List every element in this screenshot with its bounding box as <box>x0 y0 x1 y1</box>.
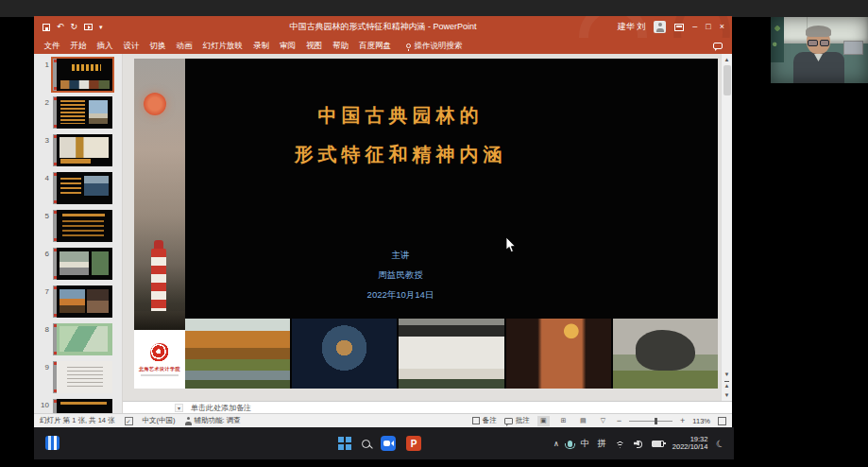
ribbon-tab[interactable]: 帮助 <box>328 41 354 52</box>
slide-thumbnail[interactable]: 2 <box>34 96 122 129</box>
slide-thumbnail[interactable]: 4 <box>34 172 122 204</box>
slide-thumbnail[interactable]: 7 <box>34 285 122 318</box>
ribbon-tab[interactable]: 视图 <box>301 41 328 52</box>
thumbnail-number: 4 <box>39 172 49 204</box>
zoom-in-icon[interactable]: + <box>680 416 685 425</box>
ime-language-indicator[interactable]: 中 <box>581 438 589 450</box>
account-avatar[interactable] <box>654 21 666 33</box>
ribbon-tab[interactable]: 幻灯片放映 <box>197 41 248 52</box>
ribbon-tab[interactable]: 动画 <box>171 41 197 52</box>
fit-to-window-icon[interactable] <box>718 417 726 425</box>
taskbar-search-icon[interactable] <box>362 440 370 448</box>
slide-title-text[interactable]: 中国古典园林的 形式特征和精神内涵 <box>185 96 616 174</box>
reading-view-icon[interactable]: ▤ <box>577 416 589 426</box>
thumbnail-image[interactable] <box>53 172 112 204</box>
account-user-name[interactable]: 建华 刘 <box>618 21 646 33</box>
webcam-video-tile[interactable] <box>771 17 868 83</box>
notes-splitter-icon[interactable]: ▾ <box>175 404 183 412</box>
thumbnail-image[interactable] <box>53 399 112 413</box>
speaker-icon[interactable] <box>634 440 643 448</box>
slide-thumbnail[interactable]: 10 <box>34 399 122 413</box>
slide-subtitle-text[interactable]: 主讲 周益民教授 2022年10月14日 <box>185 245 616 304</box>
ime-mode-indicator[interactable]: 拼 <box>598 438 606 450</box>
spellcheck-icon[interactable]: ✓ <box>125 417 133 425</box>
slide-sorter-view-icon[interactable]: ⊞ <box>557 416 570 426</box>
save-icon[interactable] <box>43 24 50 31</box>
pinned-app-icon[interactable] <box>45 436 60 450</box>
presenter-label: 主讲 <box>185 245 616 265</box>
maximize-button[interactable]: □ <box>706 23 710 31</box>
sun-in-photo <box>144 93 166 115</box>
zoom-out-icon[interactable]: − <box>617 416 621 425</box>
window-title: 中国古典园林的形式特征和精神内涵 - PowerPoint <box>289 21 476 33</box>
ribbon-tab[interactable]: 设计 <box>118 41 145 52</box>
thumbnail-image[interactable] <box>53 210 112 242</box>
accessibility-status[interactable]: 辅助功能: 调查 <box>185 416 241 425</box>
tell-me-search[interactable]: 操作说明搜索 <box>406 41 463 52</box>
wifi-icon[interactable] <box>615 439 625 448</box>
zoom-slider[interactable] <box>629 421 672 422</box>
undo-icon[interactable]: ↶ <box>57 23 64 31</box>
battery-icon[interactable] <box>652 441 664 447</box>
zoom-level[interactable]: 113% <box>692 417 710 425</box>
thumbnail-number: 7 <box>39 285 49 318</box>
powerpoint-taskbar-icon[interactable]: P <box>406 436 421 451</box>
vertical-scrollbar[interactable]: ▲ ▼ ▲ ▼ <box>721 54 732 401</box>
photo-autumn-garden-bridge <box>185 319 290 389</box>
comments-icon[interactable] <box>713 43 723 49</box>
notes-toggle-button[interactable]: 备注 <box>472 416 497 425</box>
slide-thumbnail[interactable]: 1 <box>34 59 122 91</box>
next-slide-icon[interactable]: ▼ <box>724 392 730 398</box>
photo-modern-sculpture <box>613 319 718 389</box>
close-button[interactable]: × <box>720 23 724 31</box>
focus-assist-moon-icon[interactable]: ☾ <box>715 437 726 449</box>
comments-toggle-button[interactable]: 批注 <box>504 416 530 425</box>
slide-thumbnail[interactable]: 9 <box>34 361 122 393</box>
windows-start-icon[interactable] <box>338 437 351 450</box>
thumbnail-edge-strip <box>53 248 57 280</box>
slide-counter[interactable]: 幻灯片 第 1 张, 共 14 张 <box>40 416 115 425</box>
thumbnail-image[interactable] <box>53 134 112 166</box>
customize-qat-icon[interactable]: ▾ <box>99 24 103 30</box>
ribbon-tab[interactable]: 录制 <box>248 41 275 52</box>
start-slideshow-icon[interactable] <box>84 24 93 30</box>
thumbnail-image[interactable] <box>53 96 112 129</box>
slide-editor[interactable]: 北海艺术设计学院 中国古典园林的 形式特征和精神内涵 主讲 <box>123 54 721 401</box>
notes-pane[interactable]: ▾ 单击此处添加备注 <box>123 401 732 413</box>
ribbon-tab[interactable]: 审阅 <box>275 41 301 52</box>
slideshow-view-icon[interactable]: ▽ <box>597 416 609 426</box>
slide-thumbnail[interactable]: 5 <box>34 210 122 242</box>
thumbnail-image[interactable] <box>53 323 112 355</box>
current-slide[interactable]: 北海艺术设计学院 中国古典园林的 形式特征和精神内涵 主讲 <box>134 59 718 389</box>
minimize-button[interactable]: – <box>692 23 697 31</box>
zoom-slider-thumb[interactable] <box>655 418 657 424</box>
slide-thumbnail[interactable]: 6 <box>34 248 122 280</box>
ribbon-tab[interactable]: 百度网盘 <box>354 41 397 52</box>
ribbon-tab[interactable]: 文件 <box>39 41 65 52</box>
thumbnail-image[interactable] <box>53 361 112 393</box>
ribbon-tab[interactable]: 开始 <box>65 41 92 52</box>
scrollbar-thumb[interactable] <box>723 65 731 95</box>
slide-thumbnail[interactable]: 3 <box>34 134 122 166</box>
ribbon-display-options-icon[interactable] <box>674 24 684 31</box>
thumbnail-image[interactable] <box>53 59 112 91</box>
previous-slide-icon[interactable]: ▲ <box>724 381 730 389</box>
thumbnail-image[interactable] <box>53 285 112 318</box>
scroll-up-icon[interactable]: ▲ <box>724 54 730 65</box>
notes-placeholder[interactable]: 单击此处添加备注 <box>191 403 251 413</box>
slide-thumbnail[interactable]: 8 <box>34 323 122 355</box>
taskbar-clock[interactable]: 19:32 2022/10/14 <box>672 436 708 452</box>
ribbon-tab[interactable]: 切换 <box>145 41 171 52</box>
language-indicator[interactable]: 中文(中国) <box>143 416 176 425</box>
slide-thumbnail-panel: 1 2 3 4 <box>34 54 123 413</box>
ribbon-tab[interactable]: 插入 <box>92 41 118 52</box>
thumbnail-number: 5 <box>39 210 49 242</box>
thumbnail-image[interactable] <box>53 248 112 280</box>
tray-overflow-icon[interactable]: ∧ <box>553 440 559 448</box>
tencent-meeting-icon[interactable] <box>381 436 396 451</box>
microphone-icon[interactable] <box>568 441 572 447</box>
normal-view-icon[interactable]: ▣ <box>537 416 550 426</box>
scroll-down-icon[interactable]: ▼ <box>724 372 730 377</box>
redo-icon[interactable]: ↻ <box>71 23 78 31</box>
thumbnail-number: 1 <box>39 59 49 91</box>
